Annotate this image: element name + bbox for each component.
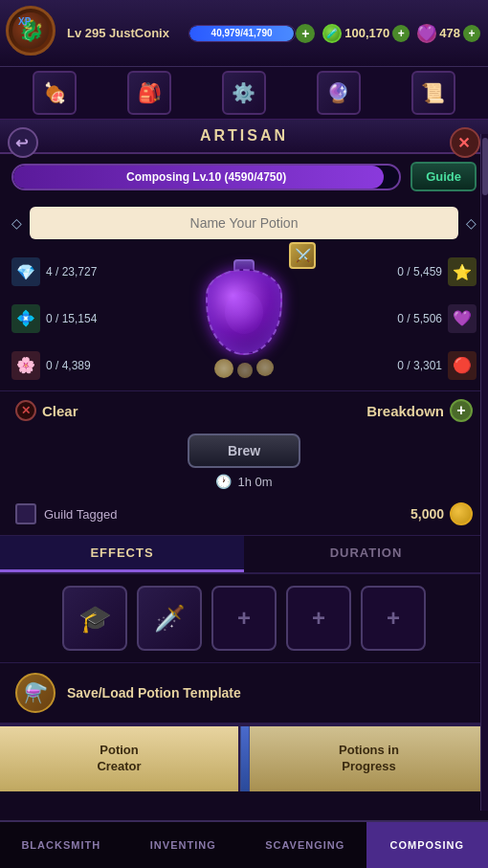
potion-creator-row: PotionCreator Potions inProgress <box>0 724 488 791</box>
ingredient-count-4: 0 / 5,459 <box>397 265 442 278</box>
name-potion-row: ◇ ◇ <box>0 199 488 247</box>
xp-plus-button[interactable]: + <box>296 24 315 43</box>
effect-icon-1: 🎓 <box>78 603 112 634</box>
bag-icon[interactable]: 🎒 <box>127 71 171 115</box>
effect-slot-2[interactable]: 🗡️ <box>137 586 202 651</box>
clock-icon: 🕐 <box>215 474 232 489</box>
template-label: Save/Load Potion Template <box>67 685 241 701</box>
xp-bar: 40,979/41,790 <box>189 25 296 42</box>
ingredients-area: 💎 4 / 23,727 💠 0 / 15,154 🌸 0 / 4,389 ⚔️ <box>0 247 488 390</box>
guild-checkbox[interactable] <box>15 503 36 524</box>
tab-effects[interactable]: EFFECTS <box>0 536 244 572</box>
food-icon[interactable]: 🍖 <box>33 71 77 115</box>
ingredient-icon-2: 💠 <box>11 304 40 333</box>
potion-name-input[interactable] <box>30 207 458 239</box>
currency1-icon: 🧪 <box>322 24 342 43</box>
template-icon: ⚗️ <box>15 673 55 713</box>
ingredient-row-1[interactable]: 💎 4 / 23,727 <box>11 257 117 286</box>
currency1-amount: 100,170 <box>344 26 389 40</box>
scrollbar[interactable] <box>480 134 488 811</box>
ingredient-count-2: 0 / 15,154 <box>46 312 97 325</box>
ingredient-icon-1: 💎 <box>11 257 40 286</box>
ingredient-row-4[interactable]: 0 / 5,459 ⭐ <box>371 257 477 286</box>
ingredients-left: 💎 4 / 23,727 💠 0 / 15,154 🌸 0 / 4,389 <box>11 251 117 387</box>
scrollbar-thumb <box>482 138 488 195</box>
close-button[interactable]: ✕ <box>450 127 480 158</box>
cost-display: 5,000 <box>410 502 473 525</box>
back-button[interactable]: ↩ <box>8 127 38 158</box>
ingredient-count-1: 4 / 23,727 <box>46 265 97 278</box>
guide-button[interactable]: Guide <box>410 162 477 191</box>
brew-area: Brew 🕐 1h 0m <box>0 430 488 497</box>
clear-x-icon: ✕ <box>15 400 36 421</box>
avatar: 🐉 XP <box>6 6 55 56</box>
xp-bar-text: 40,979/41,790 <box>189 28 294 38</box>
ingredient-count-5: 0 / 5,506 <box>397 312 442 325</box>
breakdown-label: Breakdown <box>366 403 444 419</box>
ingredient-count-3: 0 / 4,389 <box>46 359 91 372</box>
coin-icon <box>450 502 473 525</box>
nav-scavenging[interactable]: SCAVENGING <box>244 822 366 868</box>
guild-cost-row: Guild Tagged 5,000 <box>0 497 488 536</box>
bottom-nav: BLACKSMITH INVENTING SCAVENGING COMPOSIN… <box>0 820 488 868</box>
effect-slot-3[interactable]: + <box>211 586 277 651</box>
xp-bar-fill: 40,979/41,790 <box>189 26 294 41</box>
main-header: 🐉 XP Lv 295 JustConix 40,979/41,790 + 🧪 … <box>0 0 488 67</box>
orb-icon[interactable]: 🔮 <box>317 71 361 115</box>
progress-label: Potions inProgress <box>339 743 399 775</box>
breakdown-button[interactable]: Breakdown + <box>366 399 473 422</box>
guild-label: Guild Tagged <box>44 507 117 522</box>
scroll-icon[interactable]: 📜 <box>411 71 455 115</box>
nav-blacksmith[interactable]: BLACKSMITH <box>0 822 122 868</box>
ingredient-icon-6: 🔴 <box>448 351 477 380</box>
brew-time-text: 1h 0m <box>237 475 272 489</box>
nav-inventing[interactable]: INVENTING <box>122 822 245 868</box>
diamond-left-icon: ◇ <box>11 215 22 231</box>
ingredient-row-6[interactable]: 0 / 3,301 🔴 <box>371 351 477 380</box>
ingredient-row-2[interactable]: 💠 0 / 15,154 <box>11 304 117 333</box>
ribbon-divider <box>240 726 250 791</box>
gear-icon[interactable]: ⚙️ <box>222 71 266 115</box>
clear-button[interactable]: ✕ Clear <box>15 400 78 421</box>
cost-amount: 5,000 <box>410 506 444 522</box>
tab-duration[interactable]: DURATION <box>244 536 488 572</box>
tabs-row: EFFECTS DURATION <box>0 536 488 574</box>
ingredient-row-3[interactable]: 🌸 0 / 4,389 <box>11 351 117 380</box>
currency2-icon: 💜 <box>417 24 436 43</box>
effect-icon-2: 🗡️ <box>154 604 185 634</box>
level-display: Lv 295 JustConix <box>67 26 169 40</box>
sword-overlay-icon: ⚔️ <box>289 242 316 269</box>
effects-area: 🎓 🗡️ + + + <box>0 574 488 663</box>
action-row: ✕ Clear Breakdown + <box>0 390 488 430</box>
potions-progress-button[interactable]: Potions inProgress <box>250 726 488 791</box>
effect-plus-icon-2: + <box>312 605 325 632</box>
ingredient-icon-3: 🌸 <box>11 351 40 380</box>
ingredient-row-5[interactable]: 0 / 5,506 💜 <box>371 304 477 333</box>
currency2-plus[interactable]: + <box>463 25 480 42</box>
composing-bar: Composing Lv.10 (4590/4750) Guide <box>0 154 488 199</box>
effect-slot-1[interactable]: 🎓 <box>62 586 127 651</box>
save-template-row[interactable]: ⚗️ Save/Load Potion Template <box>0 663 488 724</box>
diamond-right-icon: ◇ <box>466 215 477 231</box>
effect-slot-5[interactable]: + <box>361 586 426 651</box>
guild-tagged-checkbox[interactable]: Guild Tagged <box>15 503 117 524</box>
effect-slot-4[interactable]: + <box>286 586 351 651</box>
breakdown-plus-icon: + <box>450 399 473 422</box>
artisan-header: ↩ ARTISAN ✕ <box>0 120 488 154</box>
potion-center: ⚔️ <box>117 251 371 387</box>
ingredient-icon-5: 💜 <box>448 304 477 333</box>
artisan-title: ARTISAN <box>200 127 288 144</box>
clear-label: Clear <box>42 403 78 419</box>
effect-plus-icon-1: + <box>237 605 251 632</box>
creator-label: PotionCreator <box>97 743 141 775</box>
ingredient-icon-4: ⭐ <box>448 257 477 286</box>
currency1-plus[interactable]: + <box>392 25 410 42</box>
currency2-amount: 478 <box>439 26 460 40</box>
ingredient-count-6: 0 / 3,301 <box>397 359 442 372</box>
nav-composing[interactable]: COMPOSING <box>366 822 489 868</box>
currency-group: 🧪 100,170 + 💜 478 + <box>322 24 480 43</box>
effect-plus-icon-3: + <box>387 605 400 632</box>
xp-label: XP <box>18 16 31 27</box>
brew-button[interactable]: Brew <box>188 434 300 468</box>
potion-creator-button[interactable]: PotionCreator <box>0 726 240 791</box>
